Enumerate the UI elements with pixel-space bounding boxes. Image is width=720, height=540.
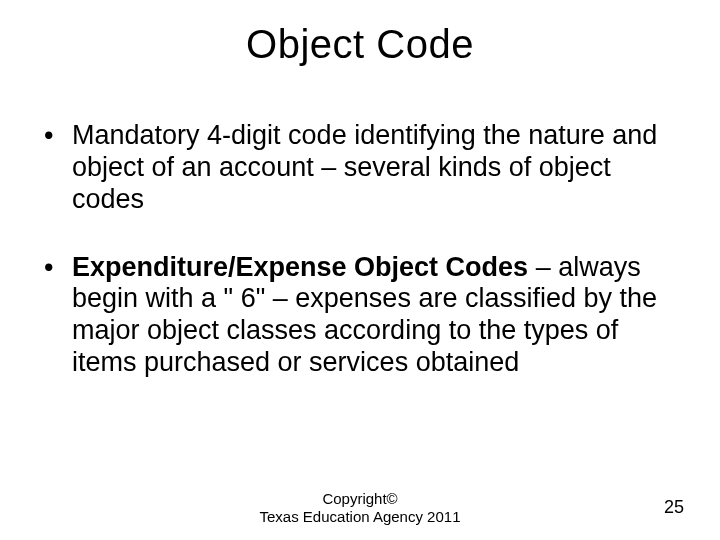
footer-line-2: Texas Education Agency 2011 [0,508,720,526]
slide-body: Mandatory 4-digit code identifying the n… [40,120,680,415]
page-number: 25 [664,497,684,518]
bullet-text: Mandatory 4-digit code identifying the n… [72,120,657,214]
bullet-item: Expenditure/Expense Object Codes – alway… [40,252,680,379]
footer: Copyright© Texas Education Agency 2011 [0,490,720,526]
bullet-list: Mandatory 4-digit code identifying the n… [40,120,680,379]
footer-line-1: Copyright© [0,490,720,508]
slide: Object Code Mandatory 4-digit code ident… [0,0,720,540]
slide-title: Object Code [0,22,720,67]
bullet-bold-lead: Expenditure/Expense Object Codes [72,252,528,282]
bullet-item: Mandatory 4-digit code identifying the n… [40,120,680,216]
